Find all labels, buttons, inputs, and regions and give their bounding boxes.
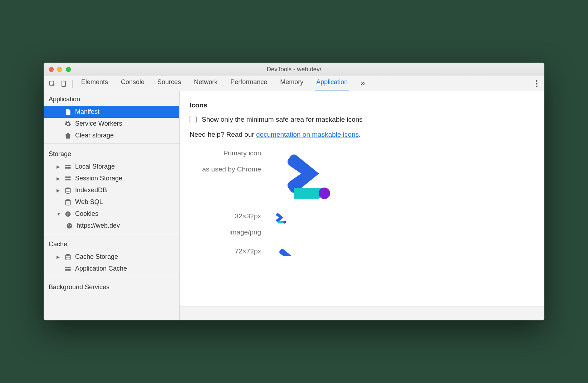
sidebar-item-label: https://web.dev <box>77 222 120 229</box>
maximize-window-button[interactable] <box>66 67 71 72</box>
svg-point-19 <box>67 223 72 228</box>
minimize-window-button[interactable] <box>57 67 62 72</box>
svg-rect-9 <box>65 176 68 178</box>
svg-point-20 <box>68 224 69 226</box>
traffic-lights <box>44 67 71 72</box>
window-title: DevTools - web.dev/ <box>44 66 544 73</box>
sidebar-item-label: Application Cache <box>75 265 127 272</box>
svg-rect-7 <box>65 167 68 168</box>
file-icon <box>64 108 72 116</box>
sidebar-item-label: IndexedDB <box>75 186 107 194</box>
drawer-bar[interactable] <box>180 306 544 320</box>
gear-icon <box>64 120 72 127</box>
icon-72-preview <box>273 246 534 256</box>
sidebar-item-cookie-origin[interactable]: https://web.dev <box>44 220 179 232</box>
icon-size-label: 72×72px <box>190 247 261 256</box>
group-storage: Storage <box>44 146 179 161</box>
svg-point-28 <box>319 188 330 199</box>
svg-point-18 <box>67 214 68 215</box>
maskable-checkbox-row: Show only the minimum safe area for mask… <box>190 116 534 123</box>
svg-rect-11 <box>65 179 68 180</box>
sidebar-item-label: Clear storage <box>75 132 114 139</box>
sidebar-item-session-storage[interactable]: ▶ Session Storage <box>44 173 179 184</box>
svg-point-15 <box>65 211 71 217</box>
content-area: Application Manifest Service Workers Cle… <box>44 91 544 320</box>
cookie-icon <box>66 222 73 229</box>
expand-icon[interactable]: ▶ <box>57 188 61 193</box>
sidebar-item-label: Cache Storage <box>75 253 118 261</box>
group-cache: Cache <box>44 236 179 251</box>
tab-application[interactable]: Application <box>315 76 349 92</box>
sidebar-item-label: Manifest <box>75 108 99 116</box>
svg-rect-24 <box>65 267 68 268</box>
sidebar-item-indexeddb[interactable]: ▶ IndexedDB <box>44 184 179 196</box>
tab-performance[interactable]: Performance <box>229 76 269 92</box>
sidebar-item-service-workers[interactable]: Service Workers <box>44 118 179 130</box>
sidebar-item-label: Service Workers <box>75 120 122 127</box>
svg-rect-25 <box>68 267 71 268</box>
sidebar-item-label: Cookies <box>75 210 98 218</box>
device-toolbar-icon[interactable] <box>58 78 69 89</box>
svg-rect-1 <box>62 81 65 86</box>
group-background-services: Background Services <box>44 279 179 294</box>
sidebar-item-clear-storage[interactable]: Clear storage <box>44 130 179 141</box>
maskable-checkbox[interactable] <box>190 116 197 123</box>
webdev-logo-icon <box>273 149 333 202</box>
sidebar-item-cache-storage[interactable]: ▶ Cache Storage <box>44 251 179 263</box>
svg-point-17 <box>68 213 69 214</box>
inspect-element-icon[interactable] <box>46 78 58 89</box>
checkbox-label: Show only the minimum safe area for mask… <box>202 116 363 123</box>
close-window-button[interactable] <box>49 67 54 72</box>
tabs-overflow-icon[interactable]: » <box>359 76 366 92</box>
sidebar-item-label: Session Storage <box>75 175 122 182</box>
trash-icon <box>64 132 72 139</box>
database-icon <box>64 199 72 206</box>
svg-point-3 <box>536 83 537 84</box>
toolbar-separator <box>72 80 73 88</box>
group-application: Application <box>44 91 179 106</box>
svg-point-2 <box>536 80 537 82</box>
devtools-toolbar: Elements Console Sources Network Perform… <box>44 76 544 91</box>
manifest-panel: Icons Show only the minimum safe area fo… <box>180 91 544 320</box>
tab-elements[interactable]: Elements <box>80 76 109 92</box>
expand-icon[interactable]: ▶ <box>57 254 61 260</box>
tab-memory[interactable]: Memory <box>279 76 305 92</box>
expand-icon[interactable]: ▶ <box>57 164 61 169</box>
svg-rect-26 <box>65 269 68 270</box>
sidebar-item-local-storage[interactable]: ▶ Local Storage <box>44 161 179 173</box>
icon-size-label: 32×32px image/png <box>190 212 261 237</box>
svg-rect-5 <box>65 165 68 166</box>
tab-network[interactable]: Network <box>192 76 219 92</box>
sidebar-item-application-cache[interactable]: Application Cache <box>44 263 179 275</box>
primary-icon-label: Primary icon as used by Chrome <box>190 149 261 174</box>
tab-sources[interactable]: Sources <box>156 76 182 92</box>
sidebar-item-cookies[interactable]: ▼ Cookies <box>44 208 179 220</box>
svg-rect-6 <box>68 165 71 166</box>
tab-console[interactable]: Console <box>119 76 146 92</box>
collapse-icon[interactable]: ▼ <box>57 212 61 217</box>
svg-point-22 <box>69 226 70 227</box>
icon-32-preview <box>273 212 534 224</box>
maskable-docs-link[interactable]: documentation on maskable icons <box>256 131 359 138</box>
icons-section-title: Icons <box>190 101 534 109</box>
primary-icon-preview <box>273 149 534 202</box>
expand-icon[interactable]: ▶ <box>57 176 61 181</box>
sidebar-item-label: Local Storage <box>75 163 115 170</box>
sidebar-item-web-sql[interactable]: Web SQL <box>44 196 179 208</box>
sidebar-item-label: Web SQL <box>75 198 103 206</box>
svg-point-21 <box>70 225 71 226</box>
database-icon <box>64 253 72 261</box>
svg-point-13 <box>65 187 70 189</box>
svg-point-16 <box>67 213 68 214</box>
svg-rect-27 <box>68 269 71 270</box>
devtools-window: DevTools - web.dev/ Elements Console Sou… <box>44 63 544 320</box>
sidebar-item-manifest[interactable]: Manifest <box>44 106 179 118</box>
svg-rect-10 <box>68 176 71 178</box>
cookie-icon <box>64 210 72 218</box>
grid-icon <box>64 175 72 182</box>
grid-icon <box>64 163 72 170</box>
maskable-help-text: Need help? Read our documentation on mas… <box>190 131 534 139</box>
svg-point-14 <box>65 199 70 201</box>
more-menu-icon[interactable] <box>531 80 542 87</box>
titlebar: DevTools - web.dev/ <box>44 63 544 76</box>
